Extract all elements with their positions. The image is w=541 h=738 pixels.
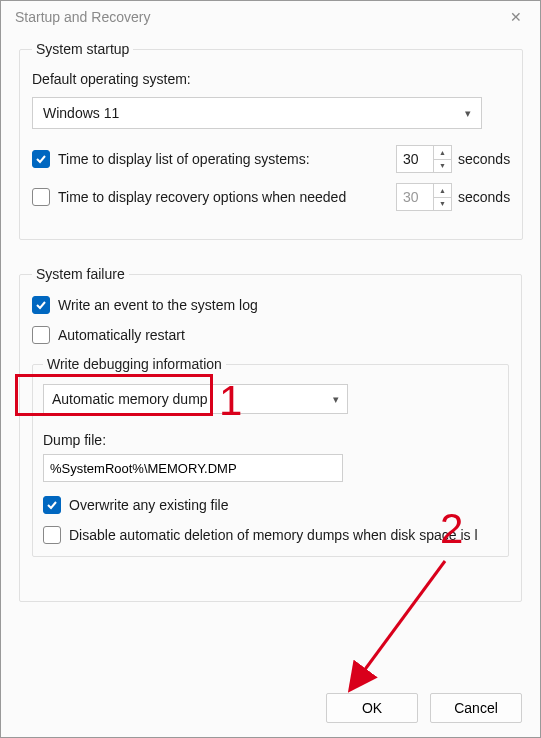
- spinner-up-icon[interactable]: ▲: [434, 184, 451, 198]
- window-title: Startup and Recovery: [15, 9, 150, 25]
- display-os-list-label: Time to display list of operating system…: [58, 151, 388, 167]
- auto-restart-label: Automatically restart: [58, 327, 509, 343]
- titlebar: Startup and Recovery ✕: [1, 1, 540, 31]
- display-recovery-checkbox[interactable]: [32, 188, 50, 206]
- os-list-seconds-spinner[interactable]: 30 ▲ ▼: [396, 145, 452, 173]
- system-startup-legend: System startup: [32, 41, 133, 57]
- system-failure-legend: System failure: [32, 266, 129, 282]
- write-event-label: Write an event to the system log: [58, 297, 509, 313]
- recovery-seconds-wrap: 30 ▲ ▼ seconds: [396, 183, 510, 211]
- disable-auto-delete-checkbox[interactable]: [43, 526, 61, 544]
- recovery-seconds-value: 30: [397, 184, 433, 210]
- system-failure-group: System failure Write an event to the sys…: [19, 266, 522, 602]
- chevron-down-icon: ▾: [465, 107, 471, 120]
- auto-restart-row: Automatically restart: [32, 326, 509, 344]
- display-recovery-label: Time to display recovery options when ne…: [58, 189, 388, 205]
- seconds-label: seconds: [458, 151, 510, 167]
- display-recovery-row: Time to display recovery options when ne…: [32, 183, 510, 211]
- spinner-down-icon[interactable]: ▼: [434, 198, 451, 211]
- ok-button[interactable]: OK: [326, 693, 418, 723]
- default-os-select[interactable]: Windows 11 ▾: [32, 97, 482, 129]
- startup-recovery-window: Startup and Recovery ✕ System startup De…: [0, 0, 541, 738]
- display-os-list-checkbox[interactable]: [32, 150, 50, 168]
- default-os-value: Windows 11: [43, 105, 119, 121]
- system-startup-group: System startup Default operating system:…: [19, 41, 523, 240]
- debug-info-group: Write debugging information Automatic me…: [32, 356, 509, 557]
- recovery-seconds-spinner[interactable]: 30 ▲ ▼: [396, 183, 452, 211]
- dump-file-label: Dump file:: [43, 432, 498, 448]
- dialog-buttons: OK Cancel: [1, 683, 540, 737]
- overwrite-label: Overwrite any existing file: [69, 497, 498, 513]
- display-os-list-row: Time to display list of operating system…: [32, 145, 510, 173]
- write-event-row: Write an event to the system log: [32, 296, 509, 314]
- chevron-down-icon: ▾: [333, 393, 339, 406]
- auto-restart-checkbox[interactable]: [32, 326, 50, 344]
- disable-auto-delete-row: Disable automatic deletion of memory dum…: [43, 526, 498, 544]
- debug-mode-value: Automatic memory dump: [52, 391, 208, 407]
- seconds-label: seconds: [458, 189, 510, 205]
- spinner-down-icon[interactable]: ▼: [434, 160, 451, 173]
- default-os-label: Default operating system:: [32, 71, 510, 87]
- overwrite-row: Overwrite any existing file: [43, 496, 498, 514]
- debug-mode-select[interactable]: Automatic memory dump ▾: [43, 384, 348, 414]
- overwrite-checkbox[interactable]: [43, 496, 61, 514]
- cancel-button[interactable]: Cancel: [430, 693, 522, 723]
- os-list-seconds-wrap: 30 ▲ ▼ seconds: [396, 145, 510, 173]
- write-event-checkbox[interactable]: [32, 296, 50, 314]
- debug-info-legend: Write debugging information: [43, 356, 226, 372]
- close-icon[interactable]: ✕: [506, 9, 526, 25]
- spinner-up-icon[interactable]: ▲: [434, 146, 451, 160]
- disable-auto-delete-label: Disable automatic deletion of memory dum…: [69, 527, 498, 543]
- content-area: System startup Default operating system:…: [1, 31, 540, 683]
- os-list-seconds-value: 30: [397, 146, 433, 172]
- dump-file-input[interactable]: [43, 454, 343, 482]
